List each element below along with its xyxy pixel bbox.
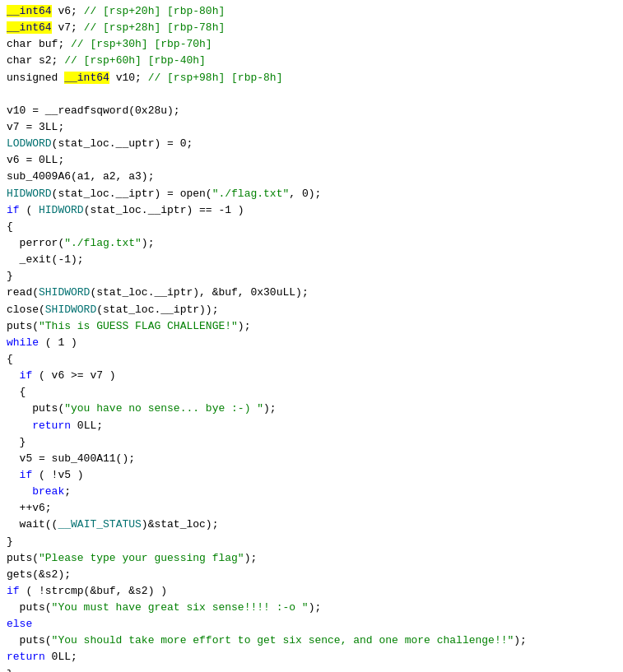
code-line-38: else — [7, 616, 616, 633]
code-line-36: if ( !strcmp(&buf, &s2) ) — [7, 583, 616, 600]
code-line-29: if ( !v5 ) — [7, 467, 616, 484]
code-line-41: } — [7, 666, 616, 672]
code-line-13: if ( HIDWORD(stat_loc.__iptr) == -1 ) — [7, 202, 616, 219]
code-line-18: read(SHIDWORD(stat_loc.__iptr), &buf, 0x… — [7, 285, 616, 301]
code-container: __int64 v6; // [rsp+20h] [rbp-80h] __int… — [0, 0, 623, 672]
code-line-35: gets(&s2); — [7, 567, 616, 583]
code-line-30: break; — [7, 484, 616, 500]
code-line-22: { — [7, 351, 616, 368]
code-line-10: v6 = 0LL; — [7, 152, 616, 169]
code-line-40: return 0LL; — [7, 649, 616, 665]
code-line-32: wait((__WAIT_STATUS)&stat_loc); — [7, 517, 616, 533]
code-line-24: { — [7, 384, 616, 401]
code-line-17: } — [7, 268, 616, 285]
code-line-31: ++v6; — [7, 500, 616, 517]
code-line-7: v10 = __readfsqword(0x28u); — [7, 103, 616, 119]
code-line-16: _exit(-1); — [7, 252, 616, 268]
code-line-25: puts("you have no sense... bye :-) "); — [7, 401, 616, 417]
code-line-23: if ( v6 >= v7 ) — [7, 368, 616, 384]
code-line-33: } — [7, 534, 616, 550]
code-line-15: perror("./flag.txt"); — [7, 235, 616, 252]
highlight-int64-v7: __int64 — [7, 21, 52, 34]
code-line-11: sub_4009A6(a1, a2, a3); — [7, 169, 616, 185]
code-line-14: { — [7, 219, 616, 235]
code-line-37: puts("You must have great six sense!!!! … — [7, 600, 616, 616]
code-line-9: LODWORD(stat_loc.__uptr) = 0; — [7, 136, 616, 152]
code-line-6 — [7, 86, 616, 103]
code-line-34: puts("Please type your guessing flag"); — [7, 550, 616, 567]
code-line-21: while ( 1 ) — [7, 335, 616, 351]
code-line-2: __int64 v7; // [rsp+28h] [rbp-78h] — [7, 20, 616, 36]
code-line-26: return 0LL; — [7, 418, 616, 434]
code-line-39: puts("You should take more effort to get… — [7, 633, 616, 649]
highlight-int64-v10: __int64 — [64, 72, 109, 84]
code-line-3: char buf; // [rsp+30h] [rbp-70h] — [7, 36, 616, 53]
code-line-4: char s2; // [rsp+60h] [rbp-40h] — [7, 53, 616, 69]
code-line-1: __int64 v6; // [rsp+20h] [rbp-80h] — [7, 3, 616, 20]
code-line-5: unsigned __int64 v10; // [rsp+98h] [rbp-… — [7, 70, 616, 86]
code-line-28: v5 = sub_400A11(); — [7, 451, 616, 467]
code-line-20: puts("This is GUESS FLAG CHALLENGE!"); — [7, 318, 616, 335]
code-line-8: v7 = 3LL; — [7, 119, 616, 136]
code-line-12: HIDWORD(stat_loc.__iptr) = open("./flag.… — [7, 186, 616, 202]
code-line-19: close(SHIDWORD(stat_loc.__iptr)); — [7, 302, 616, 318]
code-line-27: } — [7, 434, 616, 451]
highlight-int64-v6: __int64 — [7, 5, 52, 17]
